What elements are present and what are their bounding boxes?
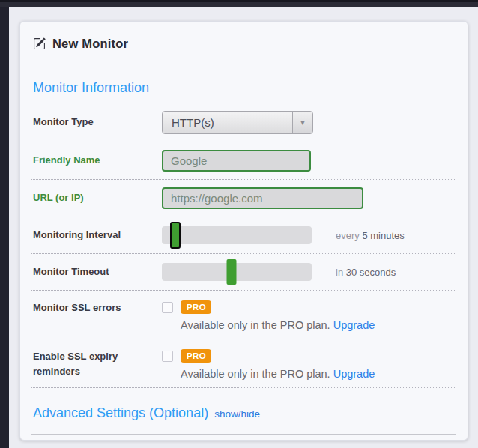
panel-header: New Monitor xyxy=(31,34,456,51)
select-arrow-box: ▼ xyxy=(292,112,312,133)
advanced-settings-title: Advanced Settings (Optional) xyxy=(33,405,208,421)
ssl-errors-note: Available only in the PRO plan. Upgrade xyxy=(181,319,375,331)
chevron-down-icon: ▼ xyxy=(300,119,306,127)
monitor-ssl-errors-row: Monitor SSL errors PRO Available only in… xyxy=(31,291,456,339)
monitor-information-heading: Monitor Information xyxy=(33,80,455,96)
ssl-expiry-note: Available only in the PRO plan. Upgrade xyxy=(181,368,375,380)
upgrade-link[interactable]: Upgrade xyxy=(333,368,375,380)
friendly-name-label: Friendly Name xyxy=(33,153,162,168)
monitor-timeout-slider[interactable] xyxy=(162,263,312,281)
url-input[interactable] xyxy=(162,187,363,209)
friendly-name-row: Friendly Name xyxy=(31,142,456,180)
enable-ssl-expiry-checkbox[interactable] xyxy=(162,351,173,362)
bottom-divider xyxy=(31,434,456,435)
monitor-timeout-label: Monitor Timeout xyxy=(33,264,162,279)
friendly-name-input[interactable] xyxy=(162,150,311,172)
monitoring-interval-slider-handle[interactable] xyxy=(170,222,181,249)
monitor-timeout-row: Monitor Timeout in 30 seconds xyxy=(31,254,456,291)
monitor-type-row: Monitor Type HTTP(s) ▼ xyxy=(31,103,456,142)
ssl-errors-control: PRO Available only in the PRO plan. Upgr… xyxy=(162,300,375,331)
ssl-expiry-control: PRO Available only in the PRO plan. Upgr… xyxy=(162,349,375,380)
monitor-type-value: HTTP(s) xyxy=(163,116,292,129)
monitoring-interval-row: Monitoring Interval every 5 minutes xyxy=(31,217,456,254)
advanced-settings-heading: Advanced Settings (Optional) show/hide xyxy=(33,405,455,421)
monitor-ssl-errors-label: Monitor SSL errors xyxy=(33,300,162,315)
new-monitor-panel: New Monitor Monitor Information Monitor … xyxy=(19,21,468,441)
header-divider xyxy=(31,61,456,61)
monitor-form: Monitor Type HTTP(s) ▼ Friendly Name URL… xyxy=(31,103,456,388)
monitoring-interval-label: Monitoring Interval xyxy=(33,228,162,243)
monitor-type-select[interactable]: HTTP(s) ▼ xyxy=(162,111,313,134)
pro-badge: PRO xyxy=(181,300,211,314)
pro-badge: PRO xyxy=(181,349,211,363)
upgrade-link[interactable]: Upgrade xyxy=(333,319,375,331)
monitor-ssl-errors-checkbox[interactable] xyxy=(162,302,173,313)
monitor-type-label: Monitor Type xyxy=(33,115,162,130)
monitor-timeout-note: in 30 seconds xyxy=(336,267,396,278)
monitoring-interval-slider[interactable] xyxy=(162,226,312,244)
enable-ssl-expiry-label: Enable SSL expiry reminders xyxy=(33,349,162,379)
pencil-square-icon xyxy=(33,37,46,50)
url-label: URL (or IP) xyxy=(33,190,162,205)
monitoring-interval-note: every 5 minutes xyxy=(336,230,405,241)
monitor-timeout-slider-handle[interactable] xyxy=(227,259,237,285)
enable-ssl-expiry-row: Enable SSL expiry reminders PRO Availabl… xyxy=(31,339,456,388)
advanced-show-hide-toggle[interactable]: show/hide xyxy=(214,408,260,420)
page-title: New Monitor xyxy=(52,37,128,51)
url-row: URL (or IP) xyxy=(31,180,456,217)
page-left-strip xyxy=(0,7,9,448)
page-top-bar xyxy=(0,0,478,7)
